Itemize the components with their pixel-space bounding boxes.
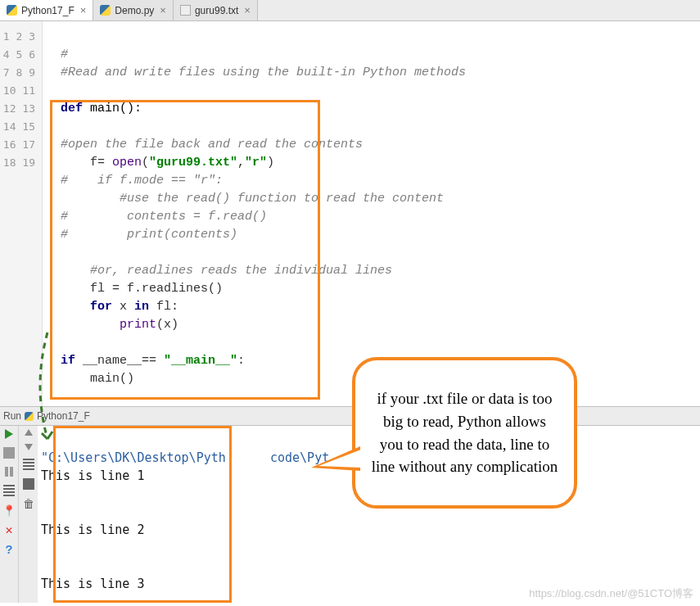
line-number-gutter: 1 2 3 4 5 6 7 8 9 10 11 12 13 14 15 16 1…: [0, 21, 43, 406]
code-editor[interactable]: 1 2 3 4 5 6 7 8 9 10 11 12 13 14 15 16 1…: [0, 21, 700, 406]
python-icon: [7, 5, 17, 16]
run-toolbar-inner: 🗑: [18, 426, 38, 603]
run-icon[interactable]: [5, 429, 13, 439]
run-label: Run: [3, 410, 21, 422]
tab-guru99[interactable]: guru99.txt ×: [174, 0, 258, 20]
tab-label: Python17_F: [21, 5, 75, 16]
tab-demo[interactable]: Demo.py ×: [93, 0, 174, 20]
tab-label: Demo.py: [115, 5, 154, 16]
callout-text: if your .txt file or data is too big to …: [370, 387, 559, 477]
run-config-name: Python17_F: [37, 410, 90, 422]
run-panel-header: Run Python17_F: [0, 406, 700, 426]
stop-icon[interactable]: [3, 447, 15, 459]
pause-icon[interactable]: [5, 467, 13, 477]
close-icon[interactable]: ✕: [5, 526, 12, 537]
down-icon[interactable]: [25, 444, 33, 450]
soft-wrap-icon[interactable]: [23, 459, 34, 470]
close-icon[interactable]: ×: [242, 4, 251, 16]
trash-icon[interactable]: 🗑: [23, 498, 34, 511]
fold-column: [43, 21, 59, 406]
print-icon[interactable]: [23, 478, 34, 490]
console-line: This is line 1: [41, 468, 144, 483]
close-icon[interactable]: ×: [158, 4, 166, 16]
up-icon[interactable]: [25, 429, 33, 436]
console-path: "C:\Users\DK\Desktop\Pyth code\Pyt: [41, 450, 329, 465]
close-icon[interactable]: ×: [79, 4, 87, 16]
tab-python17f[interactable]: Python17_F ×: [0, 0, 93, 20]
editor-tabs: Python17_F × Demo.py × guru99.txt ×: [0, 0, 700, 21]
console-line: This is line 3: [41, 577, 144, 591]
pin-icon[interactable]: 📍: [2, 504, 16, 518]
annotation-callout: if your .txt file or data is too big to …: [352, 357, 577, 509]
tab-label: guru99.txt: [195, 5, 238, 16]
console-line: This is line 2: [41, 522, 144, 537]
text-file-icon: [180, 5, 191, 16]
python-icon: [25, 412, 34, 421]
python-icon: [100, 5, 111, 16]
watermark: https://blog.csdn.net/@51CTO博客: [529, 586, 693, 601]
layout-icon[interactable]: [3, 485, 15, 496]
code-area[interactable]: # #Read and write files using the built-…: [59, 21, 700, 406]
run-toolbar-left: 📍 ✕ ?: [0, 426, 18, 603]
help-icon[interactable]: ?: [5, 545, 12, 557]
